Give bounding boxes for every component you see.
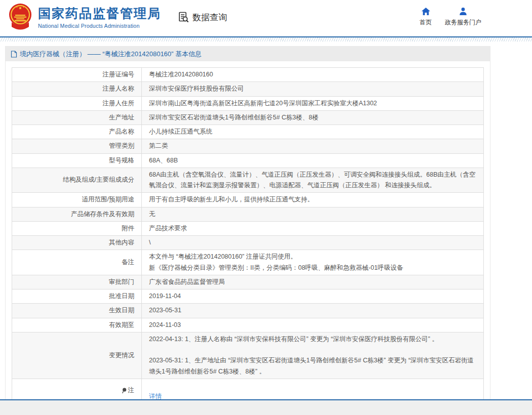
header: 国家药品监督管理局 National Medical Products Admi… <box>0 0 532 36</box>
row-value: 2023-05-31 <box>142 304 484 318</box>
brand-subtitle: National Medical Products Administration <box>38 23 161 29</box>
page-title: 境内医疗器械（注册） —— “粤械注准20142080160” 基本信息 <box>20 50 202 59</box>
nav-item-portal[interactable]: 政务服务门户 <box>445 7 481 27</box>
row-label: 注册人住所 <box>12 96 142 110</box>
table-row: 产品名称 小儿持续正压通气系统 <box>12 125 484 139</box>
pin-icon <box>122 388 127 394</box>
row-label: 附件 <box>12 221 142 235</box>
brand-text: 国家药品监督管理局 National Medical Products Admi… <box>38 7 161 32</box>
table-row: 适用范围/预期用途 用于有自主呼吸的新生儿和小儿，提供持续正压通气支持。 <box>12 193 484 207</box>
table-row: 批准日期 2019-11-04 <box>12 289 484 304</box>
row-value: \ <box>142 236 484 250</box>
row-label: 型号规格 <box>12 153 142 168</box>
details-link[interactable]: 详情 <box>149 393 162 400</box>
row-label: 生效日期 <box>12 304 142 318</box>
row-label: 适用范围/预期用途 <box>12 193 142 207</box>
row-value: 2019-11-04 <box>142 289 484 304</box>
table-row: 备注 本文件与 “粤械注准20142080160” 注册证共同使用。 新《医疗器… <box>12 250 484 275</box>
card-title-bar: 境内医疗器械（注册） —— “粤械注准20142080160” 基本信息 <box>6 47 490 61</box>
table-row: 管理类别 第二类 <box>12 139 484 153</box>
row-value: 2022-04-13: 1、注册人名称由 “深圳市安保科技有限公司” 变更为 “… <box>142 332 484 379</box>
row-value: 广东省食品药品监督管理局 <box>142 275 484 289</box>
registration-info-table: 注册证编号 粤械注准20142080160 注册人名称 深圳市安保医疗科技股份有… <box>12 67 484 404</box>
table-row: 生产地址 深圳市宝安区石岩街道塘头1号路创维创新谷5# C栋3楼、8楼 <box>12 110 484 124</box>
file-icon <box>11 51 17 58</box>
row-label: 结构及组成/主要组成成分 <box>12 168 142 193</box>
table-row: 产品储存条件及有效期 无 <box>12 207 484 221</box>
row-label: 备注 <box>12 250 142 275</box>
row-label: 生产地址 <box>12 110 142 124</box>
table-row: 变更情况 2022-04-13: 1、注册人名称由 “深圳市安保科技有限公司” … <box>12 332 484 379</box>
table-row: 注册人住所 深圳市南山区粤海街道高新区社区高新南七道20号深圳国家工程实验室大楼… <box>12 96 484 110</box>
row-value: 2024-11-03 <box>142 318 484 332</box>
row-value: 本文件与 “粤械注准20142080160” 注册证共同使用。 新《医疗器械分类… <box>142 250 484 275</box>
row-value: 小儿持续正压通气系统 <box>142 125 484 139</box>
row-label: 产品名称 <box>12 125 142 139</box>
row-label: 管理类别 <box>12 139 142 153</box>
page: 国家药品监督管理局 National Medical Products Admi… <box>0 0 532 415</box>
table-row: 型号规格 68A、68B <box>12 153 484 168</box>
row-value: 产品技术要求 <box>142 221 484 235</box>
row-value: 无 <box>142 207 484 221</box>
table-row: 其他内容 \ <box>12 236 484 250</box>
row-value: 深圳市安保医疗科技股份有限公司 <box>142 82 484 96</box>
table-row: 注册人名称 深圳市安保医疗科技股份有限公司 <box>12 82 484 96</box>
card-body: 注册证编号 粤械注准20142080160 注册人名称 深圳市安保医疗科技股份有… <box>6 61 490 411</box>
footer-background <box>0 400 532 415</box>
table-row: 审批部门 广东省食品药品监督管理局 <box>12 275 484 289</box>
home-icon <box>421 7 431 16</box>
row-label: 审批部门 <box>12 275 142 289</box>
row-value: 第二类 <box>142 139 484 153</box>
row-value: 用于有自主呼吸的新生儿和小儿，提供持续正压通气支持。 <box>142 193 484 207</box>
footer <box>0 399 532 415</box>
row-value: 深圳市宝安区石岩街道塘头1号路创维创新谷5# C栋3楼、8楼 <box>142 110 484 124</box>
data-query-label: 数据查询 <box>193 12 227 23</box>
nav-item-label: 政务服务门户 <box>445 18 481 27</box>
row-value: 深圳市南山区粤海街道高新区社区高新南七道20号深圳国家工程实验室大楼A1302 <box>142 96 484 110</box>
header-nav: 首页 政务服务门户 <box>420 7 481 27</box>
row-value: 粤械注准20142080160 <box>142 68 484 82</box>
note-label-text: 注 <box>128 385 135 396</box>
brand-logo[interactable]: 国家药品监督管理局 National Medical Products Admi… <box>7 3 161 32</box>
row-value: 68A由主机（含空氧混合仪、流量计）、气道正压阀（正压发生器）、可调安全阀和连接… <box>142 168 484 193</box>
row-value: 68A、68B <box>142 153 484 168</box>
table-row: 附件 产品技术要求 <box>12 221 484 235</box>
national-emblem-icon <box>7 3 33 32</box>
table-row: 结构及组成/主要组成成分 68A由主机（含空氧混合仪、流量计）、气道正压阀（正压… <box>12 168 484 193</box>
row-label: 其他内容 <box>12 236 142 250</box>
nav-item-label: 首页 <box>420 18 432 27</box>
detail-card: 境内医疗器械（注册） —— “粤械注准20142080160” 基本信息 注册证… <box>5 46 490 411</box>
table-row: 注册证编号 粤械注准20142080160 <box>12 68 484 82</box>
row-label: 注册人名称 <box>12 82 142 96</box>
table-row: 生效日期 2023-05-31 <box>12 304 484 318</box>
row-label: 注册证编号 <box>12 68 142 82</box>
nav-item-home[interactable]: 首页 <box>420 7 432 27</box>
row-label: 批准日期 <box>12 289 142 304</box>
row-label: 产品储存条件及有效期 <box>12 207 142 221</box>
header-divider-hatch <box>0 37 532 42</box>
user-icon <box>459 7 468 16</box>
brand-title: 国家药品监督管理局 <box>38 7 161 21</box>
row-label: 有效期至 <box>12 318 142 332</box>
table-row: 有效期至 2024-11-03 <box>12 318 484 332</box>
row-label: 变更情况 <box>12 332 142 379</box>
doc-search-icon <box>177 11 189 23</box>
data-query-tab[interactable]: 数据查询 <box>177 11 227 23</box>
